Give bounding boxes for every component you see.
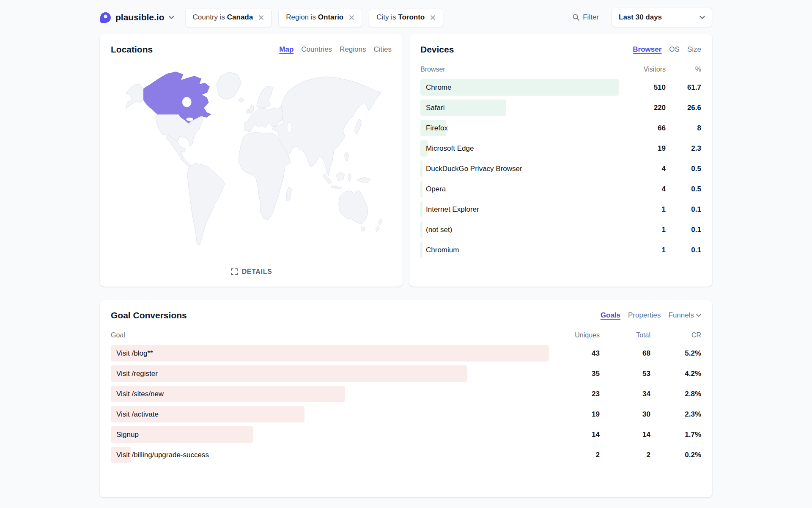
tab-os[interactable]: OS: [669, 45, 680, 54]
goals-tabs: Goals Properties Funnels: [601, 311, 701, 320]
goal-total: 53: [600, 370, 650, 378]
chevron-down-icon: [696, 314, 701, 317]
tab-funnels-label: Funnels: [669, 311, 694, 320]
device-row[interactable]: Safari22026.6: [420, 99, 701, 116]
device-visitors: 220: [619, 104, 666, 112]
device-name[interactable]: Internet Explorer: [420, 205, 619, 214]
locations-card: Locations Map Countries Regions Cities: [100, 34, 403, 287]
filter-pill-value: Ontario: [318, 13, 343, 21]
device-row[interactable]: Internet Explorer10.1: [420, 201, 701, 218]
filter-pill-text: City is Toronto: [376, 13, 425, 22]
date-range-picker[interactable]: Last 30 days: [612, 8, 712, 27]
goal-uniques: 23: [549, 390, 600, 398]
goal-row[interactable]: Visit /activate19302.3%: [111, 406, 701, 422]
goals-col-goal: Goal: [111, 331, 549, 339]
goal-name[interactable]: Visit /register: [111, 370, 549, 378]
goal-cr: 2.3%: [650, 410, 701, 419]
device-name[interactable]: Microsoft Edge: [420, 144, 619, 153]
device-name[interactable]: Chromium: [420, 246, 619, 254]
goals-col-cr: CR: [650, 331, 701, 339]
goal-cr: 0.2%: [650, 451, 701, 459]
filter-pill[interactable]: City is Toronto: [369, 8, 443, 27]
goals-table-header: Goal Uniques Total CR: [111, 331, 701, 339]
tab-size[interactable]: Size: [687, 45, 701, 54]
device-row[interactable]: Firefox668: [420, 120, 701, 136]
dashboard: Locations Map Countries Regions Cities: [100, 34, 712, 508]
goal-total: 14: [600, 431, 650, 439]
device-name[interactable]: Firefox: [420, 124, 619, 133]
device-row[interactable]: (not set)10.1: [420, 221, 701, 238]
filter-pill-text: Region is Ontario: [286, 13, 343, 22]
device-row[interactable]: Opera40.5: [420, 181, 701, 197]
device-percent: 61.7: [666, 83, 701, 92]
tab-regions[interactable]: Regions: [340, 45, 366, 54]
devices-tabs: Browser OS Size: [633, 45, 701, 54]
goal-name[interactable]: Visit /sites/new: [111, 390, 549, 398]
goal-cr: 1.7%: [650, 431, 701, 439]
plausible-logo-icon: [100, 12, 111, 23]
device-row[interactable]: Microsoft Edge192.3: [420, 140, 701, 157]
device-visitors: 510: [619, 83, 666, 92]
goal-total: 68: [600, 349, 650, 358]
device-row[interactable]: DuckDuckGo Privacy Browser40.5: [420, 160, 701, 177]
goal-row[interactable]: Visit /sites/new23342.8%: [111, 386, 701, 402]
goal-name[interactable]: Signup: [111, 431, 549, 439]
devices-table-header: Browser Visitors %: [420, 66, 701, 73]
filter-pill[interactable]: Country is Canada: [185, 8, 272, 27]
devices-card: Devices Browser OS Size Browser Visitors…: [409, 34, 712, 287]
device-percent: 0.5: [666, 165, 701, 173]
locations-title: Locations: [111, 44, 153, 55]
goal-uniques: 43: [549, 349, 600, 358]
goal-name[interactable]: Visit /activate: [111, 410, 549, 419]
goal-cr: 2.8%: [650, 390, 701, 398]
device-visitors: 1: [619, 226, 666, 234]
site-switcher[interactable]: plausible.io: [100, 12, 174, 23]
filter-pill-prefix: Country is: [193, 13, 227, 21]
remove-filter-icon[interactable]: [258, 15, 264, 20]
goal-cr: 4.2%: [650, 370, 701, 378]
tab-funnels[interactable]: Funnels: [669, 311, 701, 320]
device-name[interactable]: Opera: [420, 185, 619, 193]
device-name[interactable]: Chrome: [420, 83, 619, 92]
goal-name[interactable]: Visit /billing/upgrade-success: [111, 451, 549, 459]
remove-filter-icon[interactable]: [349, 15, 354, 20]
device-name[interactable]: DuckDuckGo Privacy Browser: [420, 165, 619, 173]
device-row[interactable]: Chrome51061.7: [420, 79, 701, 96]
device-percent: 0.1: [666, 246, 701, 254]
goal-row[interactable]: Visit /blog**43685.2%: [111, 345, 701, 362]
goal-row[interactable]: Visit /register35534.2%: [111, 365, 701, 382]
goal-row[interactable]: Signup14141.7%: [111, 426, 701, 443]
tab-goals[interactable]: Goals: [601, 311, 620, 320]
device-visitors: 66: [619, 124, 666, 133]
map-details-button[interactable]: DETAILS: [111, 265, 392, 276]
device-visitors: 4: [619, 165, 666, 173]
chevron-down-icon: [169, 16, 174, 19]
device-name[interactable]: (not set): [420, 226, 619, 234]
device-row[interactable]: Chromium10.1: [420, 242, 701, 258]
top-bar: plausible.io Country is Canada Region is…: [0, 0, 812, 34]
goal-uniques: 14: [549, 431, 600, 439]
search-icon: [573, 14, 579, 21]
filter-pill-text: Country is Canada: [193, 13, 253, 22]
tab-cities[interactable]: Cities: [373, 45, 392, 54]
locations-tabs: Map Countries Regions Cities: [279, 45, 392, 54]
filter-button[interactable]: Filter: [573, 13, 599, 22]
device-visitors: 1: [619, 205, 666, 214]
goal-conversions-card: Goal Conversions Goals Properties Funnel…: [100, 300, 712, 497]
goal-name[interactable]: Visit /blog**: [111, 349, 549, 358]
tab-countries[interactable]: Countries: [301, 45, 332, 54]
remove-filter-icon[interactable]: [430, 15, 436, 20]
device-visitors: 19: [619, 144, 666, 153]
tab-map[interactable]: Map: [279, 45, 294, 54]
filter-pill-value: Canada: [227, 13, 253, 21]
device-visitors: 4: [619, 185, 666, 193]
filter-pill[interactable]: Region is Ontario: [278, 8, 362, 27]
tab-browser[interactable]: Browser: [633, 45, 661, 54]
world-map[interactable]: [114, 68, 389, 254]
tab-properties[interactable]: Properties: [628, 311, 661, 320]
goal-row[interactable]: Visit /billing/upgrade-success220.2%: [111, 447, 701, 463]
device-percent: 2.3: [666, 144, 701, 153]
devices-title: Devices: [420, 44, 454, 55]
devices-rows: Chrome51061.7Safari22026.6Firefox668Micr…: [420, 79, 701, 262]
device-name[interactable]: Safari: [420, 104, 619, 112]
